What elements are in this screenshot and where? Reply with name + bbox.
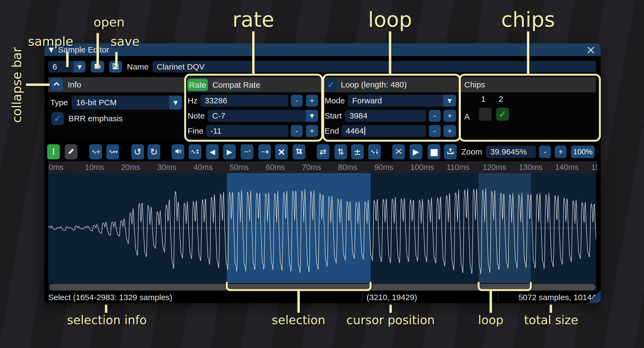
ruler-label: 80ms [338, 163, 357, 172]
ruler-label: 20ms [121, 163, 140, 172]
fine-input[interactable]: -11 [206, 125, 288, 137]
zoom-reset-button[interactable]: 100% [571, 146, 595, 158]
scrollbar-thumb[interactable] [49, 284, 596, 290]
loop-section: ✓ Loop (length: 480) Mode Forward ▼ Star… [324, 77, 458, 139]
draw-mode-button[interactable] [65, 144, 77, 159]
wave-filter-icon: ∿↓ [370, 149, 379, 155]
fade-out-button[interactable]: ▶ [223, 144, 236, 159]
open-sample-button[interactable] [91, 61, 104, 73]
compat-rate-tab-button[interactable]: Compat Rate [212, 79, 261, 91]
loop-end-input[interactable]: 4464 [341, 125, 426, 137]
loop-enable-checkbox[interactable]: ✓ [325, 78, 337, 91]
loop-start-minus-button[interactable]: - [429, 110, 441, 122]
ruler-label: 0ms [49, 163, 64, 172]
sample-type-select[interactable]: 16-bit PCM [72, 96, 169, 110]
zoom-plus-button[interactable]: + [555, 146, 567, 158]
pencil-icon [67, 147, 75, 156]
chip-2-checkbox[interactable]: ✓ [496, 108, 509, 121]
cursor-position-text: (3210, 19429) [367, 293, 417, 302]
annotation-open: open [94, 15, 125, 29]
sample-editor-window: ▼ Sample Editor × 6 ▼ Name Clarinet DQV [44, 43, 601, 303]
ruler-label: 30ms [157, 163, 176, 172]
normalize-button[interactable]: ∿↕ [189, 144, 201, 159]
sample-index-value[interactable]: 6 [48, 61, 74, 73]
amplify-button[interactable] [172, 144, 184, 159]
ibeam-cursor-icon: I [52, 148, 55, 156]
ruler-label: 90ms [374, 163, 393, 172]
save-sample-button[interactable] [109, 61, 122, 73]
hz-plus-button[interactable]: + [306, 95, 318, 107]
chips-row-a-label: A [464, 110, 470, 123]
annotation-rate: rate [233, 8, 274, 32]
status-divider [498, 292, 498, 301]
crop-icon [295, 147, 303, 156]
zoom-value-input[interactable]: 39.9645% [486, 146, 536, 158]
reverse-button[interactable]: ⇄ [317, 144, 329, 159]
undo-button[interactable]: ↺ [131, 144, 144, 159]
waveform-view[interactable] [48, 173, 596, 283]
hz-input[interactable]: 33286 [200, 95, 288, 107]
annotation-loop: loop [368, 8, 412, 32]
fade-in-button[interactable]: ◀ [206, 144, 219, 159]
sample-type-dropdown-icon[interactable]: ▼ [169, 96, 182, 110]
brr-emphasis-label: BRR emphasis [68, 112, 123, 125]
signed-unsigned-button[interactable]: ± [351, 144, 364, 159]
export-button[interactable] [444, 144, 457, 159]
time-ruler[interactable]: 0ms10ms20ms30ms40ms50ms60ms70ms80ms90ms1… [48, 161, 597, 173]
zoom-label: Zoom [461, 144, 482, 159]
note-select[interactable]: C-7 [208, 110, 306, 122]
insert-silence-button[interactable]: −⁺ [241, 144, 253, 159]
fine-plus-button[interactable]: + [306, 125, 318, 137]
note-label: Note [188, 110, 205, 122]
chips-section: Chips 1 2 A ✓ [460, 77, 596, 139]
loop-start-input[interactable]: 3984 [345, 110, 426, 122]
zoom-minus-button[interactable]: - [539, 146, 551, 158]
ruler-label: 60ms [266, 163, 285, 172]
play-preview-button[interactable]: ▶ [410, 144, 422, 159]
rate-tab-button[interactable]: Rate [187, 79, 208, 91]
delete-button[interactable]: × [275, 144, 288, 159]
stop-preview-button[interactable]: ■ [428, 144, 440, 159]
brr-emphasis-checkbox[interactable]: ✓ [51, 112, 64, 125]
loop-start-plus-button[interactable]: + [443, 110, 456, 122]
stop-icon: ■ [430, 147, 438, 156]
checkmark-icon: ✓ [499, 109, 506, 120]
loop-mode-label: Mode [325, 95, 345, 107]
text-caret [364, 127, 365, 135]
checkmark-icon: ✓ [327, 79, 335, 90]
waveform-scrollbar[interactable] [48, 283, 597, 291]
redo-button[interactable]: ↻ [148, 144, 160, 159]
resize-grip[interactable] [588, 290, 601, 303]
loop-end-value: 4464 [346, 126, 364, 136]
trim-button[interactable] [293, 144, 305, 159]
note-dropdown-icon[interactable]: ▼ [306, 110, 318, 122]
resample-button[interactable]: ∿↔ [106, 144, 119, 159]
crossfade-curves-icon [395, 147, 403, 156]
status-bar: Select (1654-2983: 1329 samples) (3210, … [44, 291, 601, 303]
info-section: Info Type 16-bit PCM ▼ ✓ BRR emphasis [48, 77, 185, 139]
invert-button[interactable]: ⇅ [334, 144, 347, 159]
sample-name-input[interactable]: Clarinet DQV [152, 61, 596, 73]
wave-plus-icon: ∿+ [91, 149, 100, 155]
close-icon[interactable]: × [586, 43, 596, 56]
loop-mode-dropdown-icon[interactable]: ▼ [443, 95, 456, 107]
resize-button[interactable]: ∿+ [89, 144, 102, 159]
sample-index-dropdown-icon[interactable]: ▼ [74, 61, 86, 73]
apply-silence-button[interactable]: −∗ [258, 144, 271, 159]
loop-end-plus-button[interactable]: + [443, 125, 456, 137]
filter-button[interactable]: ∿↓ [368, 144, 381, 159]
crossfade-button[interactable] [392, 144, 405, 159]
fine-minus-button[interactable]: - [291, 125, 303, 137]
chips-header-label: Chips [464, 80, 485, 89]
chip-1-checkbox[interactable] [479, 108, 492, 121]
collapse-bar-button[interactable] [50, 78, 63, 91]
loop-mode-select[interactable]: Forward [348, 95, 443, 107]
select-mode-button[interactable]: I [47, 144, 60, 159]
undo-arrow-icon: ↺ [134, 147, 142, 156]
annotation-cursor-position: cursor position [346, 313, 435, 327]
annotation-loop-bottom: loop [478, 313, 504, 327]
hz-minus-button[interactable]: - [291, 95, 303, 107]
ruler-label: 50ms [230, 163, 249, 172]
loop-end-minus-button[interactable]: - [429, 125, 441, 137]
line-plus-icon: −⁺ [244, 149, 250, 155]
